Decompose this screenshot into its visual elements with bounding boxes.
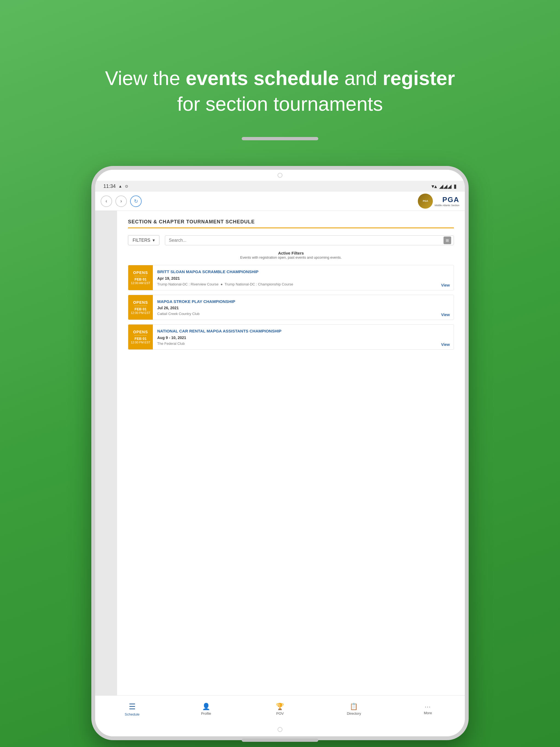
header-section: View the events schedule and register fo…	[105, 33, 455, 117]
event-location-3: The Federal Club	[157, 341, 449, 345]
event-location-1: Trump National-DC : Riverview Course ● T…	[157, 282, 449, 286]
status-bar: 11:34 ▲ ⊙ ▾▴ ◢◢◢ ▮	[95, 181, 465, 192]
forward-button[interactable]: ›	[116, 196, 127, 207]
filters-label: FILTERS	[133, 238, 150, 243]
pga-subtitle: Middle Atlantic Section	[434, 204, 459, 207]
forward-icon: ›	[120, 198, 122, 204]
header-bold1: events schedule	[186, 67, 339, 89]
pga-badge-logo: PGA	[418, 194, 433, 209]
trophy-icon: 🏆	[276, 703, 284, 711]
header-bold2: register	[383, 67, 455, 89]
tablet-top-button	[242, 137, 318, 140]
sidebar	[95, 211, 117, 695]
status-right-icons: ▾▴ ◢◢◢ ▮	[432, 183, 457, 189]
nav-item-profile[interactable]: 👤 Profile	[169, 703, 243, 716]
event-badge-2: OPENS FEB 01 12:00 PM EST	[128, 295, 153, 320]
event-date-2: Jul 26, 2021	[157, 306, 449, 310]
battery-icon: ▮	[454, 183, 457, 189]
time-display: 11:34	[103, 183, 116, 189]
event-info-2: MAPGA STROKE PLAY CHAMPIONSHIP Jul 26, 2…	[153, 295, 454, 320]
filter-row: FILTERS ▾ ⊞	[128, 235, 454, 245]
pga-title: PGA	[434, 196, 459, 204]
active-filters-description: Events with registration open, past even…	[128, 255, 454, 259]
status-time: 11:34 ▲ ⊙	[103, 183, 128, 189]
more-icon: ···	[425, 703, 431, 710]
active-filters-title: Active Filters	[128, 251, 454, 255]
badge-time-2: 12:00 PM EST	[131, 311, 150, 314]
back-icon: ‹	[105, 198, 107, 204]
nav-item-directory[interactable]: 📋 Directory	[317, 703, 391, 716]
badge-divider-1	[134, 276, 147, 276]
header-line1-prefix: View the	[105, 67, 186, 89]
directory-label: Directory	[347, 712, 361, 716]
nav-item-pov[interactable]: 🏆 POV	[243, 703, 317, 716]
event-location-2: Cattail Creek Country Club	[157, 312, 449, 316]
browser-logo-area: PGA PGA Middle Atlantic Section	[418, 194, 459, 209]
section-title: SECTION & CHAPTER TOURNAMENT SCHEDULE	[128, 219, 454, 228]
event-card-1: OPENS FEB 01 12:00 AM EST BRITT SLOAN MA…	[128, 265, 454, 290]
wifi-icon: ▾▴	[432, 183, 437, 189]
search-container: ⊞	[165, 235, 454, 245]
event-badge-3: OPENS FEB 01 12:00 PM EST	[128, 325, 153, 350]
badge-date-1: FEB 01	[134, 277, 147, 281]
search-input[interactable]	[165, 235, 454, 245]
tablet-bottom-button	[242, 739, 318, 742]
event-card-2: OPENS FEB 01 12:00 PM EST MAPGA STROKE P…	[128, 295, 454, 320]
event-name-3: NATIONAL CAR RENTAL MAPGA ASSISTANTS CHA…	[157, 328, 449, 334]
refresh-button[interactable]: ↻	[130, 196, 142, 207]
badge-date-3: FEB 01	[134, 337, 147, 341]
badge-opens-1: OPENS	[133, 271, 148, 275]
badge-time-1: 12:00 AM EST	[131, 281, 150, 285]
badge-time-3: 12:00 PM EST	[131, 341, 150, 344]
pov-label: POV	[276, 712, 284, 716]
event-info-1: BRITT SLOAN MAPGA SCRAMBLE CHAMPIONSHIP …	[153, 265, 454, 290]
camera-icon: ⊙	[125, 184, 128, 188]
event-badge-1: OPENS FEB 01 12:00 AM EST	[128, 265, 153, 290]
search-button[interactable]: ⊞	[443, 236, 451, 244]
event-info-3: NATIONAL CAR RENTAL MAPGA ASSISTANTS CHA…	[153, 325, 454, 350]
tablet-camera-area	[95, 170, 465, 181]
browser-toolbar: ‹ › ↻ PGA PGA Middle Atlantic Section	[95, 192, 465, 211]
signal-bars-icon: ◢◢◢	[439, 183, 452, 189]
directory-icon: 📋	[350, 703, 358, 711]
more-label: More	[424, 711, 432, 715]
refresh-icon: ↻	[134, 198, 138, 204]
event-view-1[interactable]: View	[441, 283, 450, 287]
search-icon: ⊞	[446, 238, 449, 242]
pga-text-logo: PGA Middle Atlantic Section	[434, 196, 459, 207]
front-camera	[278, 173, 282, 178]
event-date-1: Apr 19, 2021	[157, 276, 449, 281]
events-list: OPENS FEB 01 12:00 AM EST BRITT SLOAN MA…	[128, 265, 454, 350]
filters-button[interactable]: FILTERS ▾	[128, 235, 159, 245]
bottom-navigation: ☰ Schedule 👤 Profile 🏆 POV 📋 Directory ·…	[95, 695, 465, 723]
signal-icon: ▲	[119, 184, 122, 188]
badge-date-2: FEB 01	[134, 307, 147, 311]
header-line1-middle: and	[339, 67, 383, 89]
nav-item-more[interactable]: ··· More	[391, 703, 465, 715]
badge-divider-2	[134, 306, 147, 306]
schedule-icon: ☰	[129, 702, 136, 711]
profile-icon: 👤	[202, 703, 210, 711]
event-card-3: OPENS FEB 01 12:00 PM EST NATIONAL CAR R…	[128, 324, 454, 350]
nav-item-schedule[interactable]: ☰ Schedule	[95, 702, 169, 716]
badge-opens-2: OPENS	[133, 300, 148, 305]
schedule-label: Schedule	[125, 712, 139, 716]
back-button[interactable]: ‹	[101, 196, 112, 207]
event-view-3[interactable]: View	[441, 342, 450, 347]
event-name-2: MAPGA STROKE PLAY CHAMPIONSHIP	[157, 299, 449, 304]
main-content: SECTION & CHAPTER TOURNAMENT SCHEDULE FI…	[95, 211, 465, 695]
event-name-1: BRITT SLOAN MAPGA SCRAMBLE CHAMPIONSHIP	[157, 269, 449, 275]
tablet-frame: 11:34 ▲ ⊙ ▾▴ ◢◢◢ ▮ ‹ › ↻ PGA	[91, 166, 469, 740]
header-line2: for section tournaments	[177, 93, 383, 115]
bottom-indicator-circle	[278, 727, 282, 732]
active-filters-section: Active Filters Events with registration …	[128, 251, 454, 259]
event-view-2[interactable]: View	[441, 312, 450, 317]
content-panel: SECTION & CHAPTER TOURNAMENT SCHEDULE FI…	[117, 211, 465, 695]
profile-label: Profile	[201, 712, 211, 716]
badge-opens-3: OPENS	[133, 330, 148, 334]
tablet-device: 11:34 ▲ ⊙ ▾▴ ◢◢◢ ▮ ‹ › ↻ PGA	[91, 138, 469, 740]
chevron-down-icon: ▾	[153, 238, 155, 243]
event-date-3: Aug 9 - 10, 2021	[157, 335, 449, 340]
tablet-bottom-camera-area	[95, 723, 465, 736]
